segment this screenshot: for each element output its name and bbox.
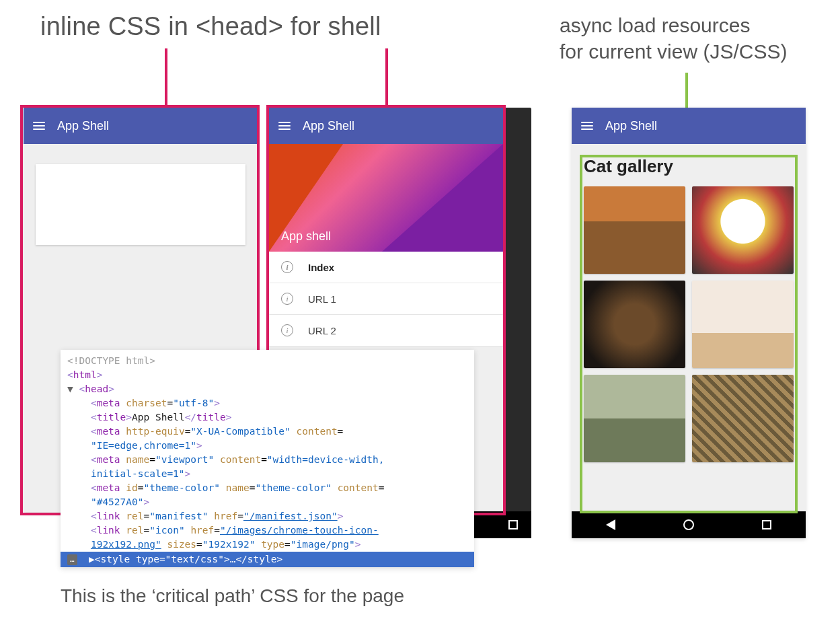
gallery-thumb[interactable] [692, 375, 794, 462]
drawer-hero: App shell [269, 144, 503, 252]
drawer-item-index[interactable]: i Index [269, 252, 503, 283]
drawer-item-label: Index [308, 262, 334, 273]
heading-inline-css: inline CSS in <head> for shell [40, 12, 381, 41]
drawer-item-url2[interactable]: i URL 2 [269, 315, 503, 346]
code-line: <meta charset="utf-8"> [67, 396, 467, 410]
heading-async-resources: async load resources for current view (J… [560, 12, 787, 65]
app-bar-title: App Shell [605, 119, 657, 133]
phone-loaded-view: App Shell Cat gallery [572, 108, 806, 538]
code-line: <link rel="icon" href="/images/chrome-to… [67, 523, 467, 538]
drawer-item-label: URL 2 [308, 325, 336, 336]
app-bar: App Shell [269, 108, 503, 144]
drawer-item-label: URL 1 [308, 293, 336, 305]
nav-recent-icon[interactable] [508, 520, 518, 529]
hamburger-icon[interactable] [33, 122, 45, 130]
gallery-title: Cat gallery [584, 156, 794, 177]
code-line: ▼ <head> [67, 382, 467, 396]
app-bar-title: App Shell [57, 119, 109, 133]
connector-left [165, 48, 167, 108]
page-content: Cat gallery [572, 144, 806, 474]
heading-async-line1: async load resources [560, 14, 750, 36]
gallery-thumb[interactable] [584, 281, 685, 368]
code-line: <html> [67, 368, 467, 382]
gallery-thumb[interactable] [692, 186, 794, 274]
gallery-thumb[interactable] [692, 281, 794, 368]
code-line: <!DOCTYPE html> [67, 354, 467, 368]
caption-critical-path: This is the ‘critical path’ CSS for the … [61, 585, 404, 607]
empty-card [36, 164, 245, 245]
info-icon: i [281, 261, 293, 273]
nav-recent-icon[interactable] [762, 520, 771, 529]
drawer-item-url1[interactable]: i URL 1 [269, 283, 503, 315]
nav-back-icon[interactable] [606, 519, 615, 530]
app-bar: App Shell [24, 108, 258, 144]
code-line: initial-scale=1"> [67, 467, 467, 481]
hamburger-icon[interactable] [278, 122, 291, 130]
code-line: <meta http-equiv="X-UA-Compatible" conte… [67, 425, 467, 439]
code-line: <meta id="theme-color" name="theme-color… [67, 481, 467, 495]
cat-gallery-grid [584, 186, 794, 462]
app-bar-title: App Shell [303, 119, 354, 133]
code-line-selected[interactable]: … ▶<style type="text/css">…</style> [61, 552, 474, 567]
drawer-hero-title: App shell [281, 229, 331, 244]
devtools-source-panel: <!DOCTYPE html> <html> ▼ <head> <meta ch… [61, 350, 474, 567]
gallery-thumb[interactable] [584, 375, 685, 462]
code-line: <meta name="viewport" content="width=dev… [67, 453, 467, 467]
android-nav-bar [572, 511, 806, 538]
connector-middle [385, 48, 388, 108]
info-icon: i [281, 293, 293, 305]
hamburger-icon[interactable] [581, 122, 593, 130]
heading-async-line2: for current view (JS/CSS) [560, 40, 787, 63]
nav-home-icon[interactable] [683, 519, 694, 530]
code-line: "#4527A0"> [67, 495, 467, 509]
info-icon: i [281, 324, 293, 336]
app-bar: App Shell [572, 108, 806, 144]
code-line: 192x192.png" sizes="192x192" type="image… [67, 538, 467, 552]
code-line: <title>App Shell</title> [67, 410, 467, 425]
drawer-list: i Index i URL 1 i URL 2 [269, 252, 503, 346]
code-line: "IE=edge,chrome=1"> [67, 439, 467, 453]
gallery-thumb[interactable] [584, 186, 685, 274]
code-line: <link rel="manifest" href="/manifest.jso… [67, 509, 467, 523]
